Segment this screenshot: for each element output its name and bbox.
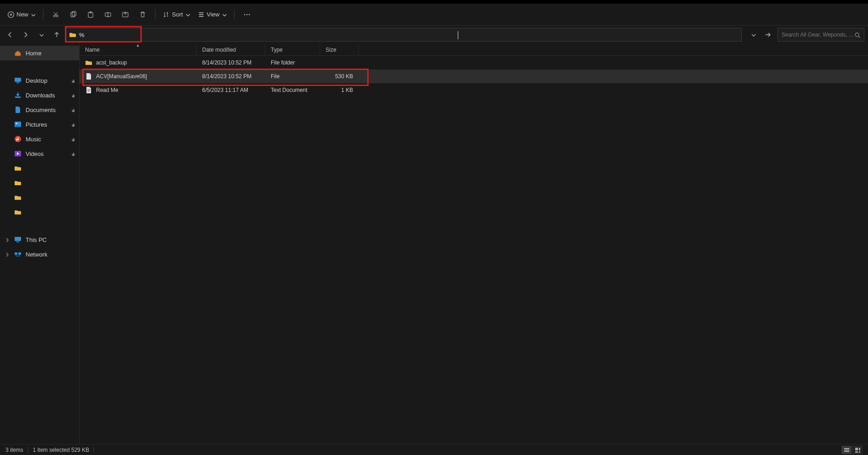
column-header-modified[interactable]: Date modified bbox=[197, 44, 265, 55]
expander-icon[interactable] bbox=[4, 236, 10, 243]
sidebar-quick-item[interactable] bbox=[0, 176, 79, 190]
sort-icon bbox=[163, 11, 170, 18]
pin-icon bbox=[70, 93, 75, 97]
cell-size: 530 KB bbox=[320, 73, 359, 80]
sidebar-thispc-label: This PC bbox=[26, 236, 47, 243]
sidebar-quick-item[interactable]: Downloads bbox=[0, 88, 79, 102]
sidebar-quick-item[interactable] bbox=[0, 205, 79, 219]
sidebar-quick-label: Videos bbox=[26, 150, 44, 157]
desktop-icon bbox=[14, 76, 22, 85]
pin-icon bbox=[70, 151, 75, 156]
rename-icon bbox=[104, 11, 112, 18]
go-button[interactable] bbox=[761, 28, 775, 41]
separator bbox=[28, 447, 28, 453]
rename-button[interactable] bbox=[100, 7, 116, 22]
view-details-button[interactable] bbox=[841, 446, 852, 454]
sidebar-thispc[interactable]: This PC bbox=[0, 232, 79, 247]
folder-icon bbox=[14, 193, 22, 202]
spacer bbox=[0, 219, 79, 232]
address-bar[interactable]: % bbox=[66, 28, 742, 42]
spacer bbox=[0, 60, 79, 73]
chevron-down-icon bbox=[221, 12, 227, 17]
sidebar-quick-item[interactable]: Videos bbox=[0, 146, 79, 161]
cell-type: File folder bbox=[265, 59, 320, 66]
cell-size: 1 KB bbox=[320, 87, 359, 93]
file-name: acst_backup bbox=[96, 59, 127, 66]
view-large-button[interactable] bbox=[852, 446, 863, 454]
cell-modified: 8/14/2023 10:52 PM bbox=[197, 59, 265, 66]
thispc-icon bbox=[14, 236, 22, 244]
chevron-down-icon bbox=[750, 32, 756, 37]
network-icon bbox=[14, 250, 22, 258]
main: Home DesktopDownloadsDocumentsPicturesMu… bbox=[0, 44, 868, 444]
videos-icon bbox=[14, 150, 22, 158]
pin-icon bbox=[70, 137, 75, 141]
address-history-button[interactable] bbox=[746, 28, 760, 41]
highlight-box bbox=[65, 26, 142, 43]
search-input[interactable] bbox=[782, 32, 854, 38]
sidebar-quick-item[interactable]: Music bbox=[0, 132, 79, 146]
new-label: New bbox=[16, 11, 28, 18]
pictures-icon bbox=[14, 120, 22, 128]
cell-name: Read Me bbox=[80, 86, 197, 94]
view-button[interactable]: View bbox=[195, 7, 230, 22]
column-header-size[interactable]: Size bbox=[320, 44, 359, 55]
new-button[interactable]: New bbox=[5, 7, 38, 22]
sidebar: Home DesktopDownloadsDocumentsPicturesMu… bbox=[0, 44, 80, 444]
sidebar-network-label: Network bbox=[26, 251, 48, 258]
copy-button[interactable] bbox=[65, 7, 81, 22]
home-icon bbox=[14, 49, 22, 57]
address-controls bbox=[746, 28, 775, 41]
file-icon bbox=[85, 73, 92, 80]
file-row[interactable]: ACV[ManualSave06]8/14/2023 10:52 PMFile5… bbox=[80, 70, 868, 83]
go-icon bbox=[764, 31, 772, 38]
sidebar-quick-item[interactable] bbox=[0, 161, 79, 176]
cut-button[interactable] bbox=[48, 7, 64, 22]
file-row[interactable]: Read Me6/5/2023 11:17 AMText Document1 K… bbox=[80, 83, 868, 97]
status-item-count: 3 items bbox=[5, 447, 23, 453]
column-header-name[interactable]: Name ▲ bbox=[80, 44, 197, 55]
cell-type: File bbox=[265, 73, 320, 80]
recent-button[interactable] bbox=[35, 28, 48, 41]
cell-name: acst_backup bbox=[80, 59, 197, 66]
address-text: % bbox=[79, 32, 85, 38]
pin-icon bbox=[70, 78, 75, 83]
share-button[interactable] bbox=[118, 7, 133, 22]
sidebar-quick-label: Documents bbox=[26, 107, 56, 113]
expander-icon[interactable] bbox=[4, 251, 10, 257]
forward-button[interactable] bbox=[19, 28, 32, 41]
folder-icon bbox=[14, 164, 22, 172]
column-header-type[interactable]: Type bbox=[265, 44, 320, 55]
pin-icon bbox=[70, 107, 75, 112]
sort-indicator-icon: ▲ bbox=[136, 43, 140, 48]
downloads-icon bbox=[14, 91, 22, 99]
documents-icon bbox=[14, 106, 22, 114]
view-icon bbox=[198, 11, 205, 18]
arrow-right-icon bbox=[22, 31, 29, 38]
separator bbox=[155, 10, 155, 20]
pin-icon bbox=[70, 122, 75, 127]
column-headers: Name ▲ Date modified Type Size bbox=[80, 44, 868, 56]
sidebar-home[interactable]: Home bbox=[0, 46, 79, 60]
more-button[interactable] bbox=[239, 7, 255, 22]
paste-button[interactable] bbox=[83, 7, 98, 22]
sidebar-quick-item[interactable]: Desktop bbox=[0, 73, 79, 88]
sidebar-quick-item[interactable]: Pictures bbox=[0, 117, 79, 132]
sort-button[interactable]: Sort bbox=[160, 7, 193, 22]
chevron-down-icon bbox=[185, 12, 190, 17]
file-row[interactable]: acst_backup8/14/2023 10:52 PMFile folder bbox=[80, 56, 868, 70]
back-button[interactable] bbox=[4, 28, 16, 41]
up-button[interactable] bbox=[50, 28, 63, 41]
trash-icon bbox=[139, 11, 146, 18]
column-header-size-label: Size bbox=[326, 47, 336, 53]
sidebar-quick-item[interactable] bbox=[0, 190, 79, 205]
sidebar-quick-label: Music bbox=[26, 136, 41, 143]
sidebar-network[interactable]: Network bbox=[0, 247, 79, 262]
file-list: Name ▲ Date modified Type Size acst_back… bbox=[80, 44, 868, 444]
search-box[interactable] bbox=[777, 28, 864, 42]
chevron-down-icon bbox=[38, 32, 44, 37]
titlebar bbox=[0, 0, 868, 4]
sidebar-quick-item[interactable]: Documents bbox=[0, 102, 79, 117]
column-header-modified-label: Date modified bbox=[202, 47, 236, 53]
delete-button[interactable] bbox=[135, 7, 150, 22]
